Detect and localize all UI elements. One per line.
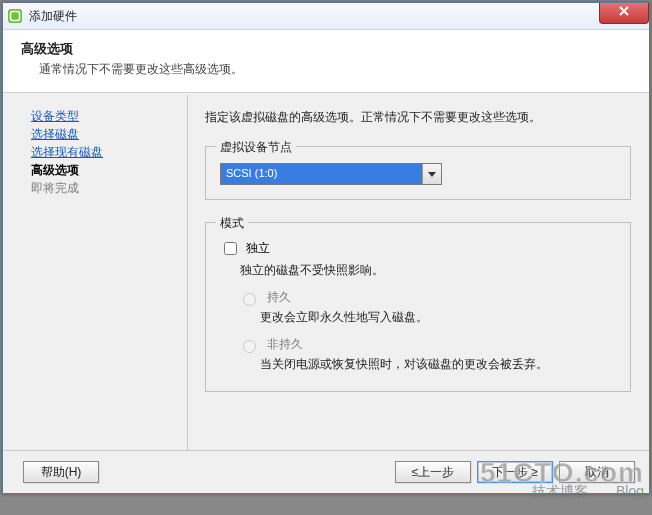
mode-group: 模式 独立 独立的磁盘不受快照影响。 持久 更改会立即永久性地写入磁盘。 非持久… bbox=[205, 222, 631, 392]
independent-desc: 独立的磁盘不受快照影响。 bbox=[220, 262, 616, 279]
dropdown-icon[interactable] bbox=[422, 164, 441, 184]
independent-checkbox[interactable] bbox=[224, 242, 237, 255]
step-ready-to-complete: 即将完成 bbox=[31, 179, 167, 197]
close-button[interactable] bbox=[599, 3, 649, 24]
cancel-button[interactable]: 取消 bbox=[559, 461, 635, 483]
next-button[interactable]: 下一步 ≥ bbox=[477, 461, 553, 483]
virtual-device-node-value: SCSI (1:0) bbox=[221, 164, 422, 184]
help-button[interactable]: 帮助(H) bbox=[23, 461, 99, 483]
wizard-steps-sidebar: 设备类型 选择磁盘 选择现有磁盘 高级选项 即将完成 bbox=[3, 95, 188, 451]
wizard-window: 添加硬件 高级选项 通常情况下不需要更改这些高级选项。 设备类型 选择磁盘 选择… bbox=[2, 2, 650, 494]
virtual-device-node-group: 虚拟设备节点 SCSI (1:0) bbox=[205, 146, 631, 200]
instruction-text: 指定该虚拟磁盘的高级选项。正常情况下不需要更改这些选项。 bbox=[205, 109, 631, 126]
persistent-radio[interactable] bbox=[243, 293, 256, 306]
step-advanced-options[interactable]: 高级选项 bbox=[31, 161, 167, 179]
app-icon bbox=[7, 8, 23, 24]
persistent-desc: 更改会立即永久性地写入磁盘。 bbox=[220, 309, 616, 326]
step-select-disk[interactable]: 选择磁盘 bbox=[31, 125, 167, 143]
step-existing-disk[interactable]: 选择现有磁盘 bbox=[31, 143, 167, 161]
window-title: 添加硬件 bbox=[29, 8, 77, 25]
nonpersistent-label: 非持久 bbox=[267, 336, 303, 353]
step-device-type[interactable]: 设备类型 bbox=[31, 107, 167, 125]
persistent-label: 持久 bbox=[267, 289, 291, 306]
wizard-footer: 帮助(H) ≤上一步 下一步 ≥ 取消 bbox=[3, 450, 649, 493]
nonpersistent-desc: 当关闭电源或恢复快照时，对该磁盘的更改会被丢弃。 bbox=[220, 356, 616, 373]
mode-legend: 模式 bbox=[216, 215, 248, 232]
wizard-main-panel: 指定该虚拟磁盘的高级选项。正常情况下不需要更改这些选项。 虚拟设备节点 SCSI… bbox=[189, 95, 649, 451]
independent-label: 独立 bbox=[246, 240, 270, 257]
wizard-header: 高级选项 通常情况下不需要更改这些高级选项。 bbox=[3, 30, 649, 93]
nonpersistent-radio[interactable] bbox=[243, 340, 256, 353]
header-subtitle: 通常情况下不需要更改这些高级选项。 bbox=[21, 61, 631, 78]
back-button[interactable]: ≤上一步 bbox=[395, 461, 471, 483]
virtual-device-node-legend: 虚拟设备节点 bbox=[216, 139, 296, 156]
virtual-device-node-select[interactable]: SCSI (1:0) bbox=[220, 163, 442, 185]
header-title: 高级选项 bbox=[21, 40, 631, 58]
titlebar: 添加硬件 bbox=[3, 3, 649, 30]
